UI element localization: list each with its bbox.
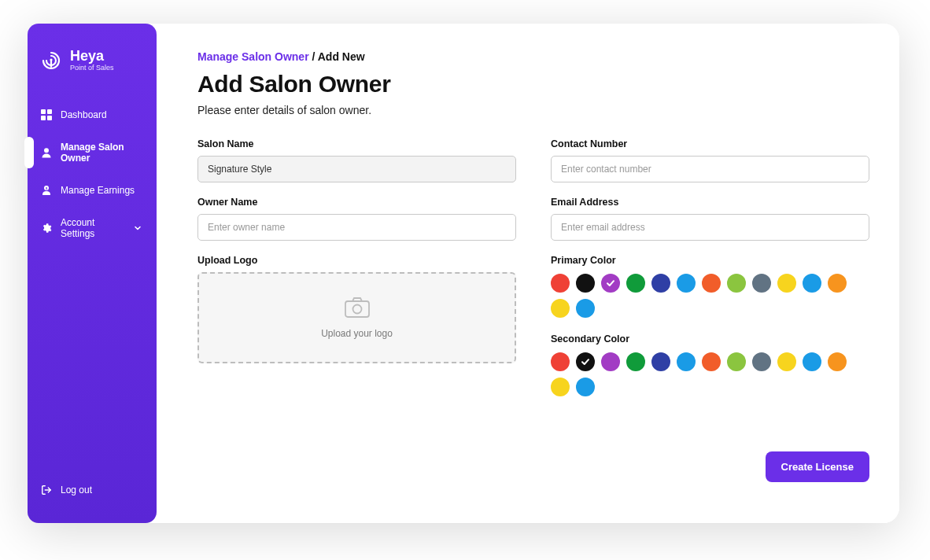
label-contact-number: Contact Number	[551, 138, 869, 149]
secondary-color-swatch[interactable]	[803, 352, 821, 371]
nav: Dashboard Manage Salon Owner $ Manage Ea…	[28, 99, 157, 249]
field-salon-name: Salon Name	[197, 138, 516, 182]
page-title: Add Salon Owner	[197, 71, 869, 98]
owner-name-input[interactable]	[197, 214, 516, 241]
primary-color-swatch[interactable]	[727, 274, 746, 293]
sidebar-item-dashboard[interactable]: Dashboard	[28, 99, 157, 131]
primary-color-swatch[interactable]	[828, 274, 847, 293]
primary-color-swatch[interactable]	[576, 274, 595, 293]
brand-name: Heya	[70, 49, 114, 64]
sidebar: Heya Point of Sales Dashboard Manage Sal…	[28, 24, 157, 523]
sidebar-item-label: Manage Earnings	[61, 185, 135, 196]
brand: Heya Point of Sales	[28, 49, 157, 91]
primary-color-swatches	[551, 274, 869, 318]
field-owner-name: Owner Name	[197, 197, 516, 241]
page-subtitle: Please enter details of salon owner.	[197, 104, 869, 116]
breadcrumb-parent[interactable]: Manage Salon Owner	[197, 50, 309, 63]
primary-color-swatch[interactable]	[777, 274, 796, 293]
secondary-color-swatch[interactable]	[626, 352, 645, 371]
svg-rect-5	[47, 116, 52, 120]
secondary-color-swatch[interactable]	[828, 352, 847, 371]
secondary-color-swatch[interactable]	[576, 378, 595, 396]
secondary-color-swatch[interactable]	[551, 352, 570, 371]
secondary-color-swatch[interactable]	[752, 352, 771, 371]
camera-icon	[344, 297, 371, 322]
contact-number-input[interactable]	[551, 156, 869, 182]
dashboard-icon	[40, 109, 53, 121]
upload-logo-dropzone[interactable]: Upload your logo	[197, 272, 516, 363]
field-contact-number: Contact Number	[551, 138, 869, 182]
primary-color-swatch[interactable]	[551, 299, 570, 318]
svg-point-11	[352, 305, 361, 314]
secondary-color-swatch[interactable]	[551, 378, 570, 396]
logout-button[interactable]: Log out	[28, 474, 157, 506]
secondary-color-swatch[interactable]	[677, 352, 696, 371]
earnings-icon: $	[40, 184, 53, 197]
secondary-color-swatch[interactable]	[601, 352, 620, 371]
svg-rect-2	[41, 109, 46, 114]
svg-rect-3	[47, 109, 52, 114]
secondary-color-swatch[interactable]	[651, 352, 670, 371]
secondary-color-swatches	[551, 352, 869, 396]
field-email: Email Address	[551, 197, 869, 241]
main-panel: Manage Salon Owner / Add New Add Salon O…	[180, 24, 899, 523]
svg-point-6	[44, 148, 49, 153]
primary-color-swatch[interactable]	[626, 274, 645, 293]
breadcrumb-separator: /	[309, 50, 318, 63]
primary-color-swatch[interactable]	[677, 274, 696, 293]
brand-logo-icon	[40, 50, 62, 72]
primary-color-swatch[interactable]	[702, 274, 721, 293]
brand-subtitle: Point of Sales	[70, 64, 114, 72]
secondary-color-swatch[interactable]	[576, 352, 595, 371]
label-secondary-color: Secondary Color	[551, 333, 869, 344]
label-salon-name: Salon Name	[197, 138, 516, 149]
primary-color-swatch[interactable]	[803, 274, 821, 293]
person-icon	[40, 146, 53, 159]
field-upload-logo: Upload Logo Upload your logo	[197, 255, 516, 363]
label-upload-logo: Upload Logo	[197, 255, 516, 266]
svg-point-1	[50, 58, 52, 61]
primary-color-swatch[interactable]	[651, 274, 670, 293]
primary-color-swatch[interactable]	[551, 274, 570, 293]
upload-hint: Upload your logo	[321, 328, 393, 339]
breadcrumb-current: Add New	[318, 50, 365, 63]
secondary-color-swatch[interactable]	[727, 352, 746, 371]
sidebar-item-label: Account Settings	[61, 217, 124, 239]
gear-icon	[40, 222, 53, 234]
label-primary-color: Primary Color	[551, 255, 869, 266]
primary-color-swatch[interactable]	[601, 274, 620, 293]
secondary-color-swatch[interactable]	[702, 352, 721, 371]
salon-name-input[interactable]	[197, 156, 516, 182]
label-owner-name: Owner Name	[197, 197, 516, 208]
primary-color-section: Primary Color	[551, 255, 869, 318]
label-email: Email Address	[551, 197, 869, 208]
sidebar-item-manage-salon-owner[interactable]: Manage Salon Owner	[28, 132, 157, 173]
chevron-down-icon	[131, 222, 144, 234]
secondary-color-swatch[interactable]	[777, 352, 796, 371]
email-input[interactable]	[551, 214, 869, 241]
sidebar-item-account-settings[interactable]: Account Settings	[28, 208, 157, 249]
sidebar-item-label: Manage Salon Owner	[61, 142, 144, 164]
secondary-color-section: Secondary Color	[551, 333, 869, 396]
logout-label: Log out	[61, 484, 92, 496]
primary-color-swatch[interactable]	[576, 299, 595, 318]
primary-color-swatch[interactable]	[752, 274, 771, 293]
sidebar-item-manage-earnings[interactable]: $ Manage Earnings	[28, 175, 157, 206]
svg-rect-10	[345, 301, 369, 317]
sidebar-item-label: Dashboard	[61, 109, 107, 120]
svg-rect-4	[41, 116, 46, 120]
logout-icon	[40, 484, 53, 496]
create-license-button[interactable]: Create License	[766, 451, 870, 482]
breadcrumb: Manage Salon Owner / Add New	[197, 50, 869, 63]
